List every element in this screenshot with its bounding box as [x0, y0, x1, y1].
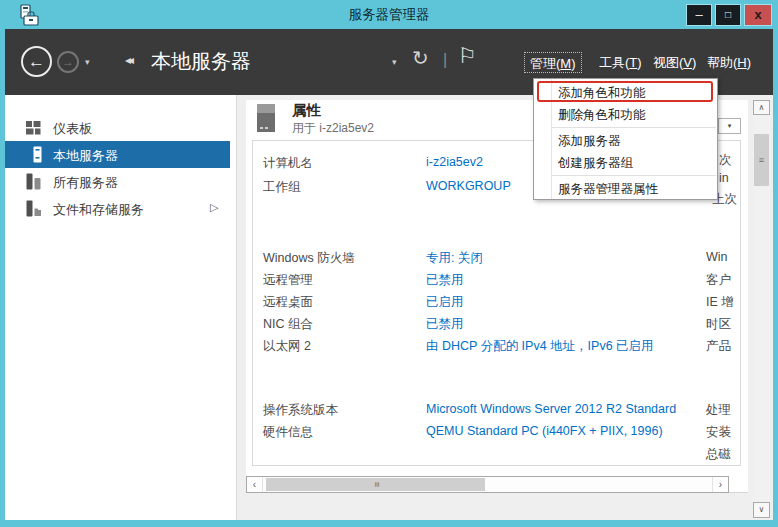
- sidebar-item-label: 所有服务器: [53, 174, 118, 192]
- property-label: 工作组: [263, 179, 301, 196]
- all-servers-icon: [25, 173, 42, 190]
- properties-title: 属性: [292, 101, 321, 120]
- server-manager-window: { "titlebar": { "title": "服务器管理器", "butt…: [0, 0, 778, 527]
- dashboard-icon: [25, 119, 42, 136]
- property-label: 硬件信息: [263, 424, 313, 441]
- sidebar-item-label: 仪表板: [53, 120, 92, 138]
- clipped-label-fragment: Win: [706, 250, 728, 264]
- menu-view[interactable]: 视图(V): [648, 52, 701, 73]
- minimize-button[interactable]: –: [686, 4, 712, 26]
- property-value-link[interactable]: 已禁用: [426, 272, 464, 289]
- manage-menu-dropdown: 添加角色和功能 删除角色和功能 添加服务器 创建服务器组 服务器管理器属性: [533, 78, 718, 200]
- tasks-dropdown-fragment[interactable]: ▾: [718, 118, 741, 134]
- clipped-label-fragment: 产品: [706, 338, 731, 355]
- property-label: 以太网 2: [263, 338, 311, 355]
- clipped-label-fragment: 安装: [706, 424, 731, 441]
- clipped-label-fragment: IE 增: [706, 294, 734, 311]
- forward-button[interactable]: →: [57, 51, 79, 73]
- scroll-up-icon[interactable]: ∧: [753, 100, 770, 115]
- clipped-label-fragment: in: [719, 171, 729, 185]
- menu-item-add-servers[interactable]: 添加服务器: [534, 131, 717, 151]
- sidebar-item-file-storage-services[interactable]: 文件和存储服务: [5, 195, 230, 222]
- clipped-label-fragment: 时区: [706, 316, 731, 333]
- property-value-link[interactable]: 由 DHCP 分配的 IPv4 地址，IPv6 已启用: [426, 338, 654, 355]
- menu-separator: [552, 175, 716, 176]
- properties-server-icon: [256, 103, 276, 133]
- file-storage-icon: [25, 200, 42, 217]
- horizontal-scrollbar-thumb[interactable]: ≡: [266, 478, 485, 491]
- property-value-link[interactable]: WORKGROUP: [426, 179, 511, 193]
- scroll-left-icon[interactable]: ‹: [247, 477, 263, 492]
- notifications-flag-icon[interactable]: ⚐: [458, 44, 477, 68]
- scrollbar-grip-icon: ≡: [369, 482, 382, 487]
- local-server-icon: [29, 146, 46, 163]
- menu-separator: [552, 127, 716, 128]
- property-label: NIC 组合: [263, 316, 313, 333]
- sidebar-item-label: 本地服务器: [53, 147, 118, 165]
- maximize-button[interactable]: □: [715, 4, 741, 26]
- property-label: 操作系统版本: [263, 402, 338, 419]
- sidebar-item-label: 文件和存储服务: [53, 201, 144, 219]
- property-value-link[interactable]: 已禁用: [426, 316, 464, 333]
- history-dropdown-icon[interactable]: ▾: [85, 57, 90, 67]
- menu-tools[interactable]: 工具(T): [594, 52, 647, 73]
- clipped-label-fragment: 客户: [706, 272, 731, 289]
- expand-arrow-icon[interactable]: ▷: [210, 201, 218, 214]
- back-button[interactable]: ←: [21, 46, 52, 77]
- sidebar-item-all-servers[interactable]: 所有服务器: [5, 168, 230, 195]
- menu-help[interactable]: 帮助(H): [702, 52, 756, 73]
- property-value: QEMU Standard PC (i440FX + PIIX, 1996): [426, 424, 663, 438]
- clipped-label-fragment: 处理: [706, 402, 731, 419]
- scroll-right-icon[interactable]: ›: [712, 477, 728, 492]
- sidebar-item-local-server[interactable]: 本地服务器: [5, 141, 230, 168]
- title-bar: 服务器管理器 – □ x: [0, 0, 778, 29]
- property-label: 计算机名: [263, 155, 313, 172]
- close-button[interactable]: x: [744, 4, 772, 26]
- breadcrumb: 本地服务器: [151, 48, 251, 75]
- refresh-icon[interactable]: ↻: [412, 46, 429, 70]
- red-highlight-box: [537, 81, 713, 102]
- vertical-scrollbar[interactable]: ∧ ≡ ∨: [753, 100, 770, 518]
- clipped-label-fragment: 次: [719, 152, 732, 169]
- scroll-down-icon[interactable]: ∨: [753, 502, 770, 518]
- property-value-link[interactable]: i-z2ia5ev2: [426, 155, 483, 169]
- breadcrumb-dropdown-icon[interactable]: ▾: [392, 57, 397, 67]
- collapse-breadcrumb-icon[interactable]: ◂◂: [125, 53, 131, 67]
- menu-item-remove-roles-features[interactable]: 删除角色和功能: [534, 105, 717, 125]
- sidebar-item-dashboard[interactable]: 仪表板: [5, 114, 230, 141]
- property-value-link[interactable]: 专用: 关闭: [426, 250, 483, 267]
- menu-item-create-server-group[interactable]: 创建服务器组: [534, 153, 717, 173]
- properties-subtitle: 用于 i-z2ia5ev2: [292, 120, 374, 137]
- property-value: Microsoft Windows Server 2012 R2 Standar…: [426, 402, 676, 416]
- horizontal-scrollbar[interactable]: ‹ ≡ ›: [246, 476, 729, 493]
- property-label: 远程管理: [263, 272, 313, 289]
- property-label: 远程桌面: [263, 294, 313, 311]
- clipped-label-fragment: 总磁: [706, 446, 731, 463]
- menu-manage[interactable]: 管理(M): [524, 52, 582, 73]
- property-label: Windows 防火墙: [263, 250, 355, 267]
- window-title: 服务器管理器: [0, 0, 778, 29]
- server-manager-app-icon: [20, 4, 41, 26]
- property-value-link[interactable]: 已启用: [426, 294, 464, 311]
- toolbar-separator: |: [443, 51, 447, 69]
- vertical-scrollbar-thumb[interactable]: ≡: [754, 134, 769, 186]
- menu-item-server-manager-properties[interactable]: 服务器管理器属性: [534, 179, 717, 199]
